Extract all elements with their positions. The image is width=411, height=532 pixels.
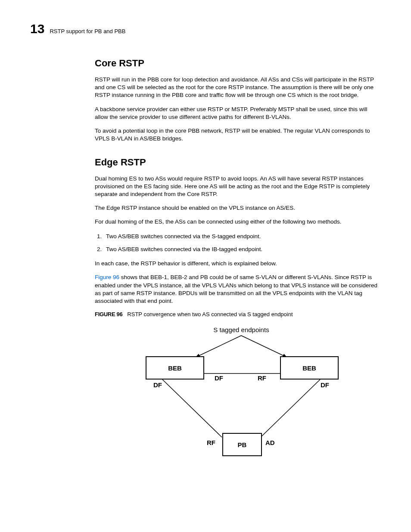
edge-p4: In each case, the RSTP behavior is diffe… bbox=[95, 260, 381, 268]
edge-p1: Dual homing ES to two ASs would require … bbox=[95, 175, 381, 199]
svg-line-1 bbox=[241, 336, 286, 357]
core-p2: A backbone service provider can either u… bbox=[95, 106, 381, 121]
label-rf-top: RF bbox=[258, 374, 266, 382]
core-p1: RSTP will run in the PBB core for loop d… bbox=[95, 76, 381, 100]
heading-edge-rstp: Edge RSTP bbox=[95, 157, 381, 168]
edge-p3: For dual homing of the ES, the ASs can b… bbox=[95, 218, 381, 226]
page-header: 13 RSTP support for PB and PBB bbox=[30, 22, 381, 36]
running-title: RSTP support for PB and PBB bbox=[50, 28, 125, 34]
node-pb: PB bbox=[222, 433, 262, 456]
figure-label: FIGURE 96 bbox=[95, 311, 122, 317]
heading-core-rstp: Core RSTP bbox=[95, 58, 381, 69]
core-p3: To avoid a potential loop in the core PB… bbox=[95, 127, 381, 143]
label-df-top: DF bbox=[215, 374, 223, 382]
label-df-left: DF bbox=[153, 381, 162, 389]
list-item: Two AS/BEB switches connected via the S-… bbox=[103, 232, 381, 241]
figure-caption-text: RSTP convergence when two AS connected v… bbox=[127, 311, 293, 317]
svg-line-4 bbox=[261, 379, 321, 437]
svg-line-3 bbox=[162, 379, 222, 437]
edge-p5: Figure 96 shows that BEB-1, BEB-2 and PB… bbox=[95, 274, 381, 305]
chapter-number: 13 bbox=[30, 22, 44, 36]
edge-methods-list: Two AS/BEB switches connected via the S-… bbox=[95, 232, 381, 254]
svg-line-0 bbox=[196, 336, 241, 357]
edge-p5-text: shows that BEB-1, BEB-2 and PB could be … bbox=[95, 274, 377, 304]
figure-link[interactable]: Figure 96 bbox=[95, 274, 119, 280]
figure-caption: FIGURE 96 RSTP convergence when two AS c… bbox=[95, 311, 381, 317]
label-df-right: DF bbox=[321, 381, 329, 389]
label-rf-bottom: RF bbox=[207, 439, 215, 446]
node-beb-2: BEB bbox=[280, 356, 339, 380]
list-item: Two AS/BEB switches connected via the IB… bbox=[103, 245, 381, 254]
edge-p2: The Edge RSTP instance should be enabled… bbox=[95, 204, 381, 212]
figure-diagram: S tagged endpoints BEB B bbox=[138, 326, 345, 464]
label-ad-bottom: AD bbox=[265, 439, 275, 446]
node-beb-1: BEB bbox=[146, 356, 204, 380]
